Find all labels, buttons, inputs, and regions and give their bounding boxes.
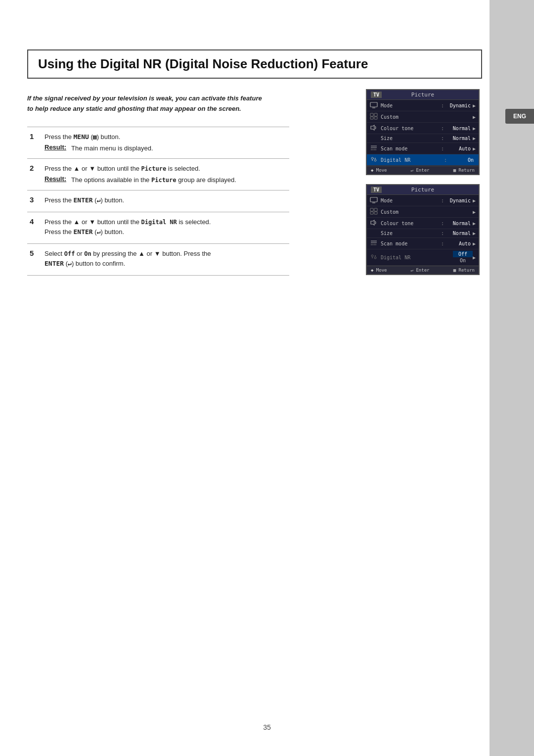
svg-rect-21 <box>374 208 377 211</box>
menu-row-mode-1: Mode : Dynamic ▶ <box>367 100 479 111</box>
step-1-content: Press the MENU (▦) button. Result: The m… <box>42 127 289 158</box>
title-box: Using the Digital NR (Digital Noise Redu… <box>27 49 482 79</box>
mode-value-1: Dynamic <box>445 103 473 108</box>
page-title: Using the Digital NR (Digital Noise Redu… <box>38 56 471 72</box>
svg-point-30 <box>375 255 376 256</box>
page-number: 35 <box>263 723 271 731</box>
menu-row-size-1: Size : Normal ▶ <box>367 134 479 143</box>
custom-label-1: Custom <box>381 114 440 120</box>
step-3-instruction: Press the ENTER (↵) button. <box>44 195 287 205</box>
step-2-row: 2 Press the ▲ or ▼ button until the Pict… <box>27 158 289 190</box>
step-2-instruction: Press the ▲ or ▼ button until the Pictur… <box>44 164 287 174</box>
tv-label-2: TV <box>371 187 382 193</box>
step-1-result: Result: The main menu is displayed. <box>44 143 287 153</box>
colourtone-label-2: Colour tone <box>381 221 440 226</box>
svg-rect-2 <box>370 113 373 116</box>
tv-menu-2: TV Picture Mode : Dynamic ▶ <box>366 184 480 275</box>
tv-menu-1: TV Picture Mode : Dynamic ▶ <box>366 89 480 175</box>
tv-icon-2 <box>370 196 381 204</box>
step-2-result: Result: The options available in the Pic… <box>44 175 287 185</box>
tv-menu-2-footer: ◆ Move ↵ Enter ▦ Return <box>367 266 479 274</box>
menu-row-colourtone-2: Colour tone : Normal ▶ <box>367 218 479 229</box>
digitalnr-value-1: On <box>448 157 476 163</box>
menu-row-digitalnr-1: Digital NR : On <box>367 154 479 166</box>
tv-label-1: TV <box>371 92 382 98</box>
step-2-number: 2 <box>27 158 42 190</box>
step-5-number: 5 <box>27 244 42 276</box>
svg-point-13 <box>372 160 373 161</box>
svg-rect-5 <box>374 117 377 119</box>
colourtone-value-2: Normal <box>445 221 473 226</box>
scanmode-value-2: Auto <box>445 241 473 246</box>
svg-rect-22 <box>370 212 373 214</box>
menu-row-custom-2: Custom ▶ <box>367 206 479 218</box>
svg-marker-24 <box>371 220 374 225</box>
step-5-instruction: Select Off or On by pressing the ▲ or ▼ … <box>44 249 287 268</box>
step-2-content: Press the ▲ or ▼ button until the Pictur… <box>42 158 289 190</box>
digitalnr-icon-1 <box>370 156 381 164</box>
step-4-number: 4 <box>27 212 42 244</box>
tv-menu-2-body: Mode : Dynamic ▶ Custom <box>367 195 479 266</box>
page: ENG Using the Digital NR (Digital Noise … <box>0 0 534 756</box>
digitalnr-label-1: Digital NR <box>381 157 443 163</box>
footer-move-2: ◆ Move <box>371 268 387 273</box>
svg-point-11 <box>371 157 373 159</box>
speaker-icon-1 <box>370 124 381 132</box>
step-4-instruction: Press the ▲ or ▼ button until the Digita… <box>44 217 287 236</box>
intro-text: If the signal received by your televisio… <box>27 94 265 114</box>
footer-enter-2: ↵ Enter <box>411 268 430 273</box>
footer-return-2: ▦ Return <box>453 268 475 273</box>
size-label-2: Size <box>381 231 440 236</box>
tv-menu-1-header: TV Picture <box>367 90 479 100</box>
colourtone-label-1: Colour tone <box>381 126 440 131</box>
tv-menu-1-footer: ◆ Move ↵ Enter ▦ Return <box>367 166 479 174</box>
step-3-row: 3 Press the ENTER (↵) button. <box>27 190 289 212</box>
scanmode-label-2: Scan mode <box>381 241 440 246</box>
size-value-1: Normal <box>445 136 473 141</box>
mode-label-1: Mode <box>381 103 440 108</box>
step-3-number: 3 <box>27 190 42 212</box>
step-4-content: Press the ▲ or ▼ button until the Digita… <box>42 212 289 244</box>
menu-row-scanmode-2: Scan mode : Auto ▶ <box>367 238 479 249</box>
tv-menu-2-header: TV Picture <box>367 185 479 195</box>
svg-rect-3 <box>374 113 377 116</box>
step-5-row: 5 Select Off or On by pressing the ▲ or … <box>27 244 289 276</box>
menu-row-custom-1: Custom ▶ <box>367 111 479 123</box>
svg-rect-20 <box>370 208 373 211</box>
mode-value-2: Dynamic <box>445 198 473 203</box>
menu-row-size-2: Size : Normal ▶ <box>367 229 479 238</box>
custom-icon-2 <box>370 208 381 216</box>
svg-point-32 <box>374 257 376 259</box>
step-1-row: 1 Press the MENU (▦) button. Result: The… <box>27 127 289 158</box>
svg-rect-18 <box>370 197 377 202</box>
size-value-2: Normal <box>445 231 473 236</box>
step-5-content: Select Off or On by pressing the ▲ or ▼ … <box>42 244 289 276</box>
scanmode-label-1: Scan mode <box>381 146 440 151</box>
speaker-icon-2 <box>370 219 381 227</box>
scanmode-icon-2 <box>370 239 381 247</box>
svg-point-31 <box>372 257 373 258</box>
svg-rect-0 <box>370 102 377 107</box>
step-1-instruction: Press the MENU (▦) button. <box>44 132 287 142</box>
step-2-result-label: Result: <box>44 175 66 185</box>
mode-label-2: Mode <box>381 198 440 203</box>
digitalnr-dropdown: Off On <box>430 251 473 264</box>
svg-rect-23 <box>374 212 377 214</box>
step-2-result-text: The options available in the Picture gro… <box>71 175 236 185</box>
footer-enter-1: ↵ Enter <box>411 168 430 173</box>
footer-return-1: ▦ Return <box>453 168 475 173</box>
size-label-1: Size <box>381 136 440 141</box>
scanmode-value-1: Auto <box>445 146 473 151</box>
steps-table: 1 Press the MENU (▦) button. Result: The… <box>27 127 289 276</box>
step-1-result-label: Result: <box>44 143 66 153</box>
menu-row-colourtone-1: Colour tone : Normal ▶ <box>367 123 479 134</box>
step-3-content: Press the ENTER (↵) button. <box>42 190 289 212</box>
scanmode-icon-1 <box>370 144 381 152</box>
svg-point-12 <box>375 158 376 159</box>
step-4-row: 4 Press the ▲ or ▼ button until the Digi… <box>27 212 289 244</box>
svg-rect-4 <box>370 117 373 119</box>
tv-menu-1-title: Picture <box>382 92 464 98</box>
tv-menu-1-body: Mode : Dynamic ▶ Custom <box>367 100 479 166</box>
menu-row-mode-2: Mode : Dynamic ▶ <box>367 195 479 206</box>
digitalnr-icon-2 <box>370 253 381 261</box>
